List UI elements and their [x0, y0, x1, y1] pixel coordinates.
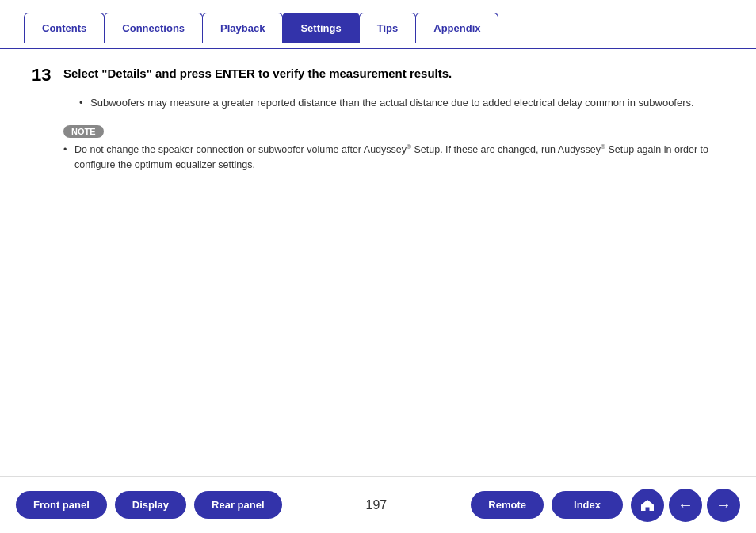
bottom-nav-center: 197	[366, 498, 388, 512]
rear-panel-button[interactable]: Rear panel	[194, 491, 281, 519]
step-bullets: Subwoofers may measure a greater reporte…	[32, 95, 724, 111]
page-number: 197	[366, 498, 388, 512]
back-button[interactable]: ←	[669, 489, 702, 522]
tab-settings[interactable]: Settings	[282, 13, 359, 43]
note-box: NOTE Do not change the speaker connectio…	[63, 124, 724, 173]
bottom-nav-left: Front panel Display Rear panel	[16, 491, 282, 519]
main-content: 13 Select "Details" and press ENTER to v…	[0, 49, 756, 188]
step-number: 13	[32, 65, 54, 86]
home-button[interactable]	[631, 489, 664, 522]
display-button[interactable]: Display	[115, 491, 186, 519]
tab-playback[interactable]: Playback	[202, 13, 283, 43]
step-header: 13 Select "Details" and press ENTER to v…	[32, 65, 724, 86]
tab-tips[interactable]: Tips	[359, 13, 417, 43]
tab-connections[interactable]: Connections	[104, 13, 203, 43]
tab-contents[interactable]: Contents	[24, 13, 105, 43]
note-label: NOTE	[63, 125, 104, 138]
index-button[interactable]: Index	[552, 491, 623, 519]
step-title: Select "Details" and press ENTER to veri…	[63, 65, 452, 82]
nav-tabs: Contents Connections Playback Settings T…	[0, 8, 756, 49]
note-content: Do not change the speaker connection or …	[63, 143, 724, 173]
bottom-nav-right: ← →	[631, 489, 740, 522]
tab-appendix[interactable]: Appendix	[415, 13, 498, 43]
front-panel-button[interactable]: Front panel	[16, 491, 107, 519]
bullet-item: Subwoofers may measure a greater reporte…	[79, 95, 724, 111]
remote-button[interactable]: Remote	[471, 491, 544, 519]
bottom-bar: Front panel Display Rear panel 197 Remot…	[0, 476, 756, 533]
forward-button[interactable]: →	[707, 489, 740, 522]
